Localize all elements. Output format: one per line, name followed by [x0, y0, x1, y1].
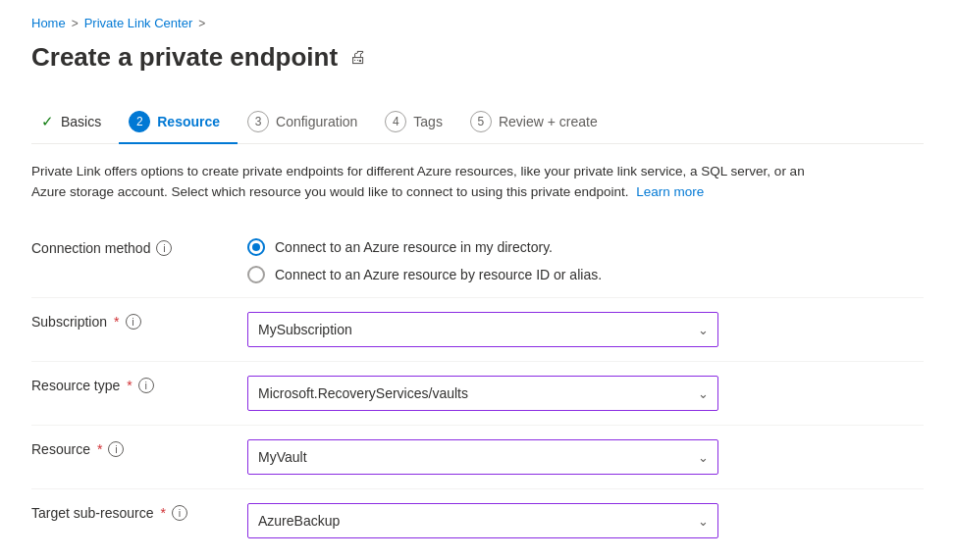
- print-icon[interactable]: 🖨: [349, 47, 367, 68]
- form-row-target-sub-resource: Target sub-resource * i AzureBackup ⌄: [31, 489, 924, 552]
- tab-review[interactable]: 5 Review + create: [460, 101, 615, 144]
- form-row-subscription: Subscription * i MySubscription ⌄: [31, 298, 924, 362]
- target-sub-resource-select[interactable]: AzureBackup: [247, 503, 718, 538]
- resource-info-icon[interactable]: i: [108, 441, 124, 457]
- radio-alias[interactable]: Connect to an Azure resource by resource…: [247, 266, 924, 283]
- form-row-resource-type: Resource type * i Microsoft.RecoveryServ…: [31, 362, 924, 426]
- radio-directory[interactable]: Connect to an Azure resource in my direc…: [247, 238, 924, 256]
- subscription-select[interactable]: MySubscription: [247, 312, 718, 347]
- description-box: Private Link offers options to create pr…: [31, 162, 836, 203]
- breadcrumb: Home > Private Link Center >: [31, 16, 924, 30]
- target-sub-resource-label: Target sub-resource: [31, 505, 154, 521]
- form-control-col-subscription: MySubscription ⌄: [247, 312, 924, 347]
- form-control-col-connection-method: Connect to an Azure resource in my direc…: [247, 238, 924, 283]
- target-sub-resource-required: *: [161, 505, 166, 521]
- learn-more-link[interactable]: Learn more: [636, 184, 704, 199]
- tab-tags-label: Tags: [413, 114, 443, 129]
- connection-method-label: Connection method: [31, 240, 150, 256]
- target-sub-resource-info-icon[interactable]: i: [172, 505, 187, 521]
- radio-alias-outer: [247, 266, 265, 283]
- page-title-row: Create a private endpoint 🖨: [31, 42, 924, 73]
- target-sub-resource-select-wrapper: AzureBackup ⌄: [247, 503, 718, 538]
- form-row-connection-method: Connection method i Connect to an Azure …: [31, 225, 924, 298]
- breadcrumb-separator-1: >: [72, 17, 79, 30]
- breadcrumb-private-link-center[interactable]: Private Link Center: [84, 16, 193, 30]
- form-row-resource: Resource * i MyVault ⌄: [31, 426, 924, 489]
- tab-resource[interactable]: 2 Resource: [119, 101, 238, 144]
- form-section: Connection method i Connect to an Azure …: [31, 225, 924, 552]
- radio-directory-inner: [252, 243, 260, 251]
- tab-tags-number: 4: [385, 111, 406, 132]
- tab-basics-label: Basics: [61, 114, 101, 129]
- form-control-col-resource: MyVault ⌄: [247, 439, 924, 475]
- page-container: Home > Private Link Center > Create a pr…: [0, 0, 955, 560]
- tab-review-label: Review + create: [499, 114, 598, 129]
- resource-type-select-wrapper: Microsoft.RecoveryServices/vaults ⌄: [247, 376, 718, 411]
- resource-required: *: [97, 441, 102, 457]
- resource-label: Resource: [31, 441, 90, 457]
- breadcrumb-separator-2: >: [198, 17, 205, 30]
- tab-resource-number: 2: [129, 111, 150, 132]
- subscription-label: Subscription: [31, 314, 107, 330]
- tab-configuration-number: 3: [247, 111, 269, 132]
- tab-tags[interactable]: 4 Tags: [375, 101, 460, 144]
- form-label-col-resource: Resource * i: [31, 439, 247, 457]
- form-label-col-connection-method: Connection method i: [31, 238, 247, 256]
- subscription-required: *: [114, 314, 119, 330]
- subscription-info-icon[interactable]: i: [126, 314, 141, 330]
- resource-type-info-icon[interactable]: i: [138, 378, 154, 393]
- form-label-col-subscription: Subscription * i: [31, 312, 247, 330]
- tab-basics[interactable]: ✓ Basics: [31, 103, 119, 142]
- form-label-col-target-sub-resource: Target sub-resource * i: [31, 503, 247, 521]
- form-control-col-target-sub-resource: AzureBackup ⌄: [247, 503, 924, 538]
- tab-configuration-label: Configuration: [276, 114, 357, 129]
- page-title: Create a private endpoint: [31, 42, 338, 73]
- radio-directory-outer: [247, 238, 265, 256]
- resource-type-label: Resource type: [31, 378, 120, 393]
- connection-method-info-icon[interactable]: i: [156, 240, 172, 256]
- tab-resource-label: Resource: [157, 114, 220, 129]
- subscription-select-wrapper: MySubscription ⌄: [247, 312, 718, 347]
- tab-configuration[interactable]: 3 Configuration: [238, 101, 375, 144]
- tabs-row: ✓ Basics 2 Resource 3 Configuration 4 Ta…: [31, 100, 924, 144]
- form-label-col-resource-type: Resource type * i: [31, 376, 247, 393]
- form-control-col-resource-type: Microsoft.RecoveryServices/vaults ⌄: [247, 376, 924, 411]
- resource-type-required: *: [127, 378, 132, 393]
- resource-select-wrapper: MyVault ⌄: [247, 439, 718, 475]
- tab-review-number: 5: [470, 111, 492, 132]
- resource-select[interactable]: MyVault: [247, 439, 718, 475]
- radio-directory-label: Connect to an Azure resource in my direc…: [275, 239, 553, 255]
- breadcrumb-home[interactable]: Home: [31, 16, 66, 30]
- resource-type-select[interactable]: Microsoft.RecoveryServices/vaults: [247, 376, 718, 411]
- radio-alias-label: Connect to an Azure resource by resource…: [275, 267, 602, 282]
- tab-basics-check-icon: ✓: [41, 113, 54, 130]
